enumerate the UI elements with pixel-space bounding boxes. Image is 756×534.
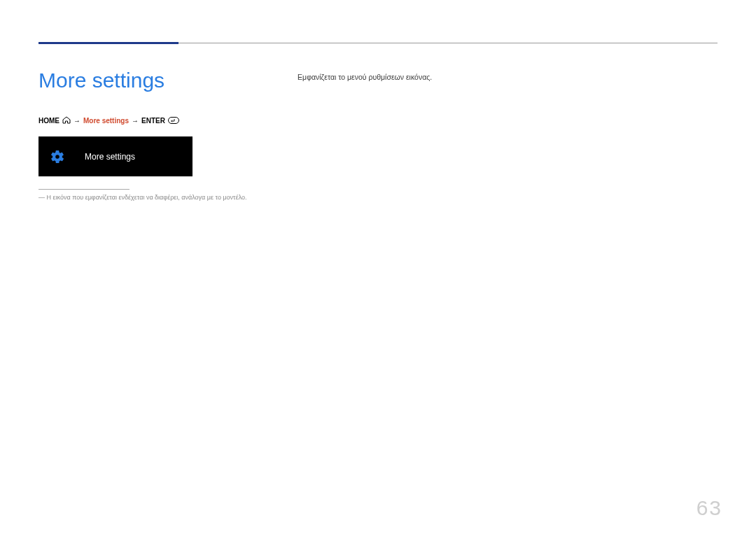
home-icon xyxy=(62,116,71,125)
breadcrumb-arrow-2: → xyxy=(132,117,139,125)
breadcrumb-arrow-1: → xyxy=(74,117,80,125)
accent-bar xyxy=(38,42,178,44)
breadcrumb: HOME → More settings → ENTER xyxy=(38,116,718,125)
header-rule xyxy=(178,43,718,43)
page-description: Εμφανίζεται το μενού ρυθμίσεων εικόνας. xyxy=(298,73,432,81)
footnote-prefix: ― xyxy=(38,194,45,201)
breadcrumb-home-label: HOME xyxy=(38,117,59,125)
breadcrumb-enter-label: ENTER xyxy=(141,117,165,125)
footnote-rule xyxy=(38,189,130,190)
menu-box: More settings xyxy=(38,136,192,176)
page-title: More settings xyxy=(38,70,164,91)
svg-rect-0 xyxy=(168,117,178,123)
header-row: More settings Εμφανίζεται το μενού ρυθμί… xyxy=(38,70,718,91)
breadcrumb-highlight: More settings xyxy=(83,117,129,125)
footnote-text: Η εικόνα που εμφανίζεται ενδέχεται να δι… xyxy=(47,194,247,201)
enter-icon xyxy=(168,117,179,125)
gear-icon xyxy=(50,149,65,164)
menu-label: More settings xyxy=(85,152,135,162)
page-number: 63 xyxy=(696,496,722,520)
svg-point-1 xyxy=(55,155,59,159)
footnote: ― Η εικόνα που εμφανίζεται ενδέχεται να … xyxy=(38,194,718,201)
